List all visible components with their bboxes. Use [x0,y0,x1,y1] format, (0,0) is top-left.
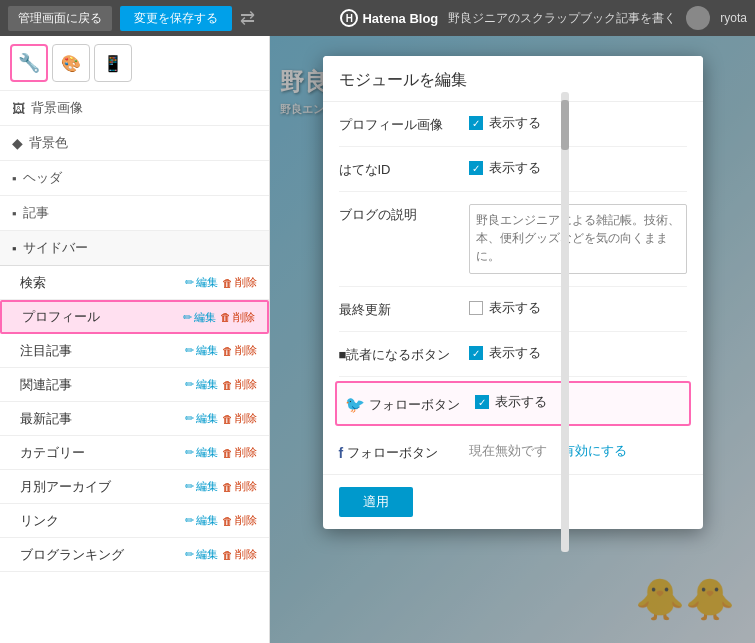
recent-edit-button[interactable]: ✏編集 [185,411,218,426]
modal-overlay: モジュールを編集 プロフィール画像 ✓ 表示する [270,36,755,643]
twitter-follow-checkbox[interactable]: ✓ [475,395,489,409]
wrench-button[interactable]: 🔧 [10,44,48,82]
twitter-follow-label: フォローボタン [369,396,460,414]
follow-reader-checkbox[interactable]: ✓ [469,346,483,360]
hatena-logo: H Hatena Blog [340,9,438,27]
modal-scroll-thumb [561,100,569,150]
admin-back-button[interactable]: 管理画面に戻る [8,6,112,31]
background-color-icon: ◆ [12,135,23,151]
category-item-actions: ✏編集 🗑削除 [185,445,257,460]
sidebar-item-article[interactable]: ▪ 記事 [0,196,269,231]
link-edit-button[interactable]: ✏編集 [185,513,218,528]
profile-item-actions: ✏編集 🗑削除 [183,310,255,325]
top-bar-right: H Hatena Blog 野良ジニアのスクラップブック記事を書く ryota [340,6,747,30]
sidebar-section-label: サイドバー [23,239,88,257]
link-delete-button[interactable]: 🗑削除 [222,513,257,528]
recent-item-actions: ✏編集 🗑削除 [185,411,257,426]
expand-icon[interactable]: ⇄ [240,7,255,29]
facebook-follow-label: フォローボタン [347,444,438,462]
category-edit-button[interactable]: ✏編集 [185,445,218,460]
facebook-follow-control: 現在無効です 有効にする [469,442,687,460]
blog-description-textarea[interactable] [469,204,687,274]
related-item-actions: ✏編集 🗑削除 [185,377,257,392]
search-item-actions: ✏編集 🗑削除 [185,275,257,290]
facebook-icon: f [339,445,344,461]
hatena-id-label: はてなID [339,159,459,179]
profile-edit-button[interactable]: ✏編集 [183,310,216,325]
sidebar-section-icon: ▪ [12,241,17,256]
twitter-follow-checkbox-label[interactable]: ✓ 表示する [475,393,547,411]
sidebar-item-related: 関連記事 ✏編集 🗑削除 [0,368,269,402]
hatena-blog-label: Hatena Blog [362,11,438,26]
blog-ranking-delete-button[interactable]: 🗑削除 [222,547,257,562]
modal-body: プロフィール画像 ✓ 表示する はてなID [323,102,703,474]
follow-reader-label: ■読者になるボタン [339,344,459,364]
search-item-label: 検索 [20,274,185,292]
sidebar-item-recent: 最新記事 ✏編集 🗑削除 [0,402,269,436]
monthly-archive-item-actions: ✏編集 🗑削除 [185,479,257,494]
left-panel: 🔧 🎨 📱 🖼 背景画像 ◆ 背景色 ▪ ヘッダ ▪ 記事 [0,36,270,643]
facebook-enable-link[interactable]: 有効にする [562,442,627,460]
background-color-label: 背景色 [29,134,68,152]
article-icon: ▪ [12,206,17,221]
category-delete-button[interactable]: 🗑削除 [222,445,257,460]
hatena-circle-icon: H [340,9,358,27]
last-updated-control: 表示する [469,299,687,317]
sidebar-section-header: ▪ サイドバー [0,231,269,266]
header-label: ヘッダ [23,169,62,187]
modal-scroll-track [561,92,569,552]
sidebar-item-blog-ranking: ブログランキング ✏編集 🗑削除 [0,538,269,572]
mobile-button[interactable]: 📱 [94,44,132,82]
featured-edit-button[interactable]: ✏編集 [185,343,218,358]
monthly-archive-edit-button[interactable]: ✏編集 [185,479,218,494]
recent-item-label: 最新記事 [20,410,185,428]
header-icon: ▪ [12,171,17,186]
sidebar-item-background-image[interactable]: 🖼 背景画像 [0,91,269,126]
featured-delete-button[interactable]: 🗑削除 [222,343,257,358]
follow-reader-control: ✓ 表示する [469,344,687,362]
modal-row-facebook-follow: f フォローボタン 現在無効です 有効にする [339,430,687,474]
recent-delete-button[interactable]: 🗑削除 [222,411,257,426]
blog-ranking-edit-button[interactable]: ✏編集 [185,547,218,562]
sidebar-item-background-color[interactable]: ◆ 背景色 [0,126,269,161]
last-updated-check-text: 表示する [489,299,541,317]
monthly-archive-delete-button[interactable]: 🗑削除 [222,479,257,494]
profile-image-checkbox[interactable]: ✓ [469,116,483,130]
save-button[interactable]: 変更を保存する [120,6,232,31]
last-updated-checkbox[interactable] [469,301,483,315]
follow-reader-checkbox-label[interactable]: ✓ 表示する [469,344,541,362]
twitter-icon: 🐦 [345,395,365,414]
avatar [686,6,710,30]
sidebar-item-link: リンク ✏編集 🗑削除 [0,504,269,538]
facebook-inactive-text: 現在無効です [469,442,547,460]
search-edit-button[interactable]: ✏編集 [185,275,218,290]
hatena-id-checkbox[interactable]: ✓ [469,161,483,175]
blog-description-label: ブログの説明 [339,204,459,224]
sidebar-item-featured: 注目記事 ✏編集 🗑削除 [0,334,269,368]
featured-item-actions: ✏編集 🗑削除 [185,343,257,358]
sidebar-item-monthly-archive: 月別アーカイブ ✏編集 🗑削除 [0,470,269,504]
icon-row: 🔧 🎨 📱 [0,36,269,91]
last-updated-checkbox-label[interactable]: 表示する [469,299,541,317]
profile-image-checkbox-label[interactable]: ✓ 表示する [469,114,541,132]
twitter-follow-control: ✓ 表示する [475,393,681,411]
palette-button[interactable]: 🎨 [52,44,90,82]
modal-footer: 適用 [323,474,703,529]
modal-title: モジュールを編集 [339,70,687,91]
sidebar-item-header[interactable]: ▪ ヘッダ [0,161,269,196]
related-delete-button[interactable]: 🗑削除 [222,377,257,392]
monthly-archive-item-label: 月別アーカイブ [20,478,185,496]
apply-button[interactable]: 適用 [339,487,413,517]
top-bar-left: 管理画面に戻る 変更を保存する ⇄ [8,6,255,31]
facebook-follow-label-area: f フォローボタン [339,442,459,462]
right-content: 野良ジニアのスクラップ 野良エンジニアによる雑記帳。技術、本、便利グッズなどを気… [270,36,755,643]
username-label: ryota [720,11,747,25]
mobile-icon: 📱 [103,54,123,73]
related-edit-button[interactable]: ✏編集 [185,377,218,392]
profile-delete-button[interactable]: 🗑削除 [220,310,255,325]
profile-item-label: プロフィール [22,308,183,326]
blog-description-control [469,204,687,274]
twitter-follow-label-area: 🐦 フォローボタン [345,393,465,414]
search-delete-button[interactable]: 🗑削除 [222,275,257,290]
hatena-id-checkbox-label[interactable]: ✓ 表示する [469,159,541,177]
